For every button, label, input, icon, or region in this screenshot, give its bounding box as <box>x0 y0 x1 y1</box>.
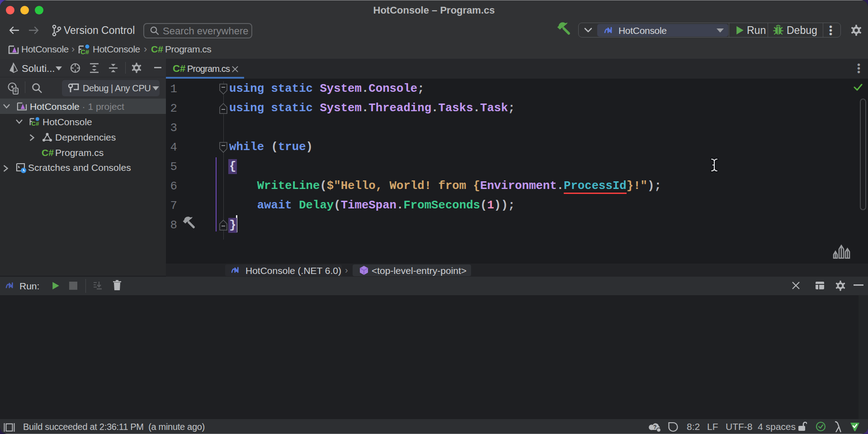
svg-text:?: ? <box>653 424 656 430</box>
